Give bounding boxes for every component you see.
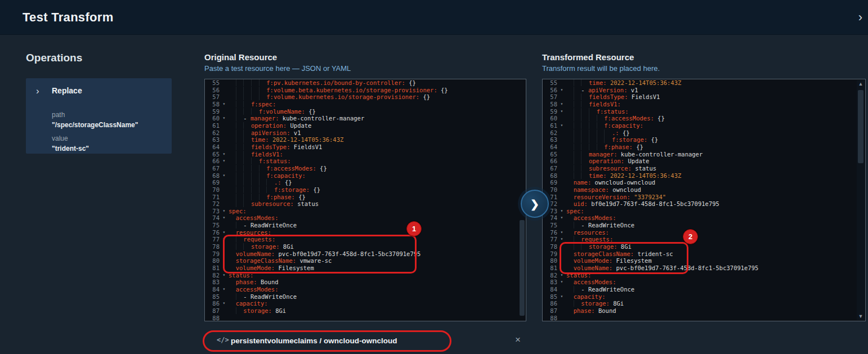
editor-line: 81 volumeName: pvc-bf0e19d7-763f-458d-8f… [543,265,865,272]
editor-line: 70 f:storage: {} [205,186,526,194]
operation-replace-card[interactable]: › Replace path "/spec/storageClassName" … [26,78,172,154]
editor-line: 62 .: {} [543,129,865,137]
editor-line: 82▾status: [205,272,526,279]
editor-line: 64 fieldsType: FieldsV1 [205,144,526,151]
operation-value-label: value [52,135,68,142]
editor-line: 87 phase: Bound [543,307,865,315]
editor-line: 77▾ requests: [543,236,865,243]
resource-name: persistentvolumeclaims / owncloud-ownclo… [231,337,397,345]
original-resource-title: Original Resource [204,52,277,62]
editor-line: 66 operation: Update [543,158,865,165]
editor-line: 73▾spec: [205,208,526,215]
editor-line: 56▾ - apiVersion: v1 [543,87,865,94]
editor-line: 88 [205,315,526,321]
editor-line: 76▾ resources: [205,229,526,236]
annotation-badge-1: 1 [406,221,422,236]
editor-line: 86▾ capacity: [205,300,526,307]
editor-line: 71 f:phase: {} [205,194,526,201]
editor-line: 79 volumeName: pvc-bf0e19d7-763f-458d-8f… [205,250,526,258]
editor-line: 73▾spec: [543,208,865,215]
original-resource-subtitle: Paste a test resource here — JSON or YAM… [204,64,351,73]
editor-line: 71 resourceVersion: "3379234" [543,194,865,201]
transformed-editor-lines: 55 time: 2022-12-14T05:36:43Z56▾ - apiVe… [543,79,865,321]
editor-line: 72 uid: bf0e19d7-763f-458d-8fc1-5bc37091… [543,200,865,208]
editor-line: 57 fieldsType: FieldsV1 [543,93,865,101]
transformed-resource-title: Transformed Resource [542,52,634,62]
editor-line: 63 f:storage: {} [543,136,865,144]
operation-path-value: "/spec/storageClassName" [52,121,138,129]
editor-line: 80 storageClassName: vmware-sc [205,257,526,265]
editor-line: 62 apiVersion: v1 [205,129,526,137]
editor-line: 60 f:accessModes: {} [543,115,865,122]
editor-line: 64 f:phase: {} [543,144,865,151]
editor-line: 65 manager: kube-controller-manager [543,151,865,158]
editor-line: 74▾ accessModes: [543,214,865,222]
editor-line: 58▾ f:spec: [205,101,526,108]
editor-line: 56 f:volume.beta.kubernetes.io/storage-p… [205,87,526,94]
editor-line: 69 .: {} [205,179,526,186]
editor-line: 80 volumeMode: Filesystem [543,257,865,265]
original-editor-lines: 55 f:pv.kubernetes.io/bound-by-controlle… [205,79,526,321]
editor-line: 75 - ReadWriteOnce [543,222,865,229]
editor-line: 81 volumeMode: Filesystem [205,265,526,272]
editor-line: 72 subresource: status [205,200,526,208]
operations-title: Operations [26,52,82,64]
transformed-editor-scrollbar-thumb[interactable] [858,90,863,163]
scroll-down-icon[interactable]: ▼ [857,312,865,320]
editor-line: 77▾ requests: [205,236,526,243]
editor-line: 83▾ accessModes: [543,279,865,286]
editor-line: 65▾ fieldsV1: [205,151,526,158]
editor-line: 78 storage: 8Gi [205,243,526,250]
editor-line: 69 name: owncloud-owncloud [543,179,865,186]
editor-line: 55 f:pv.kubernetes.io/bound-by-controlle… [205,79,526,87]
original-editor-scrollbar-thumb[interactable] [520,220,525,316]
editor-line: 63 time: 2022-12-14T05:36:43Z [205,136,526,144]
editor-line: 58▾ fieldsV1: [543,101,865,108]
operation-name: Replace [52,86,82,95]
editor-line: 76▾ resources: [543,229,865,236]
editor-line: 59▾ f:status: [543,108,865,115]
editor-line: 67 f:accessModes: {} [205,165,526,172]
editor-line: 70 namespace: owncloud [543,186,865,194]
operation-value-value: "trident-sc" [52,145,89,153]
editor-line: 87 storage: 8Gi [205,307,526,315]
header-collapse-icon[interactable]: › [856,9,865,26]
editor-line: 57 f:volume.kubernetes.io/storage-provis… [205,93,526,101]
transformed-resource-subtitle: Transform result will be placed here. [542,64,660,73]
annotation-badge-2: 2 [683,229,698,244]
remove-resource-button[interactable]: × [515,335,521,344]
editor-line: 85 - ReadWriteOnce [205,293,526,301]
code-icon: </> [217,336,229,344]
editor-line: 66▾ f:status: [205,158,526,165]
page-title: Test Transform [23,10,114,25]
editor-line: 61▾ f:capacity: [543,122,865,129]
scroll-up-icon[interactable]: ▲ [857,80,865,88]
editor-line: 78 storage: 8Gi [543,243,865,250]
resource-bar: </> persistentvolumeclaims / owncloud-ow… [203,329,526,353]
editor-line: 79 storageClassName: trident-sc [543,250,865,258]
editor-line: 68 time: 2022-12-14T05:36:43Z [543,172,865,180]
editor-line: 83 phase: Bound [205,279,526,286]
editor-line: 67 subresource: status [543,165,865,172]
transformed-editor-scrollbar[interactable]: ▲ ▼ [857,80,865,320]
app-header: Test Transform › [0,0,868,35]
operation-path-label: path [52,111,65,119]
editor-line: 61 operation: Update [205,122,526,129]
editor-line: 55 time: 2022-12-14T05:36:43Z [543,79,865,87]
editor-line: 84 - ReadWriteOnce [543,286,865,293]
editor-line: 68▾ f:capacity: [205,172,526,180]
editor-line: 74▾ accessModes: [205,214,526,222]
transformed-resource-editor[interactable]: 55 time: 2022-12-14T05:36:43Z56▾ - apiVe… [542,79,866,321]
editor-line: 86 storage: 8Gi [543,300,865,307]
run-transform-button[interactable]: ❯ [521,190,549,218]
editor-line: 85▾ capacity: [543,293,865,301]
editor-line: 82▾status: [543,272,865,279]
editor-line: 59 f:volumeName: {} [205,108,526,115]
editor-line: 88 [543,315,865,321]
editor-line: 75 - ReadWriteOnce [205,222,526,229]
editor-line: 60▾ - manager: kube-controller-manager [205,115,526,122]
original-resource-editor[interactable]: 55 f:pv.kubernetes.io/bound-by-controlle… [204,79,526,321]
chevron-right-icon: › [36,86,39,97]
editor-line: 84▾ accessModes: [205,286,526,293]
arrow-right-icon: ❯ [530,198,539,210]
